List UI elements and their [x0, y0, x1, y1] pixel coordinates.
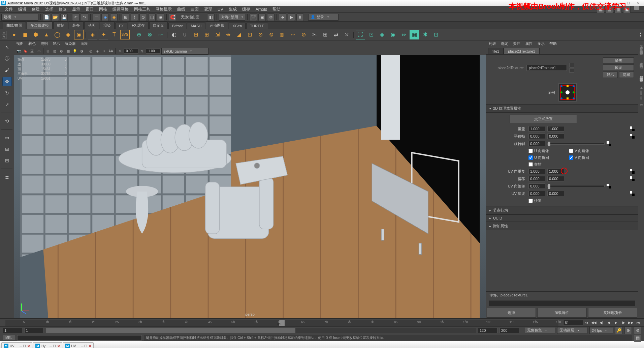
- menu-item[interactable]: 曲线: [174, 6, 188, 12]
- prev-key-icon[interactable]: ◀|: [598, 320, 604, 326]
- ae-menu-item[interactable]: 关注: [513, 41, 520, 46]
- map-button-icon[interactable]: [630, 191, 635, 196]
- script-editor-icon[interactable]: ▤: [634, 334, 641, 342]
- type-tool-icon[interactable]: T: [109, 30, 119, 39]
- snap-point-icon[interactable]: ⊙: [139, 13, 147, 21]
- dock-tab[interactable]: 通道盒/层编辑器: [639, 43, 644, 50]
- playback-start-icon[interactable]: ⏮: [279, 13, 286, 21]
- exposure-icon[interactable]: ☀: [117, 48, 123, 54]
- menu-item[interactable]: UV: [215, 7, 226, 12]
- poly-plane-icon[interactable]: ◆: [63, 30, 73, 39]
- offset-edge-icon[interactable]: ⇄: [331, 30, 341, 39]
- current-frame-field[interactable]: [563, 320, 583, 325]
- redo-icon[interactable]: ↷: [81, 13, 88, 21]
- script-language-toggle[interactable]: MEL: [3, 335, 15, 340]
- scale-tool-icon[interactable]: ⤢: [2, 100, 12, 109]
- menu-item[interactable]: 创建: [29, 6, 42, 12]
- playback-play-icon[interactable]: ▶: [288, 13, 295, 21]
- menu-item[interactable]: 窗口: [83, 6, 96, 12]
- next-key-icon[interactable]: |▶: [620, 320, 626, 326]
- bridge-icon[interactable]: ⇹: [223, 30, 233, 39]
- lock-icon[interactable]: [634, 6, 639, 10]
- menu-item[interactable]: 生成: [226, 6, 239, 12]
- superellipse-icon[interactable]: ✦: [99, 30, 108, 39]
- step-fwd-icon[interactable]: ▶▶: [628, 320, 634, 326]
- ae-menu-item[interactable]: 帮助: [549, 41, 557, 46]
- coverage-v-field[interactable]: [547, 126, 564, 132]
- poly-disc-icon[interactable]: ◉: [74, 30, 84, 39]
- shelf-tab[interactable]: XGen: [229, 23, 246, 29]
- merge-icon[interactable]: ⊙: [256, 30, 265, 39]
- extrude-icon[interactable]: ⇲: [213, 30, 222, 39]
- shaded-icon[interactable]: ◐: [58, 48, 64, 54]
- stagger-checkbox[interactable]: 交错: [528, 161, 569, 168]
- taskbar-window[interactable]: MUV ...─ ☐ ✕: [63, 342, 94, 348]
- menu-item[interactable]: 编辑网格: [110, 6, 131, 12]
- render-settings-icon[interactable]: ⚙: [267, 13, 275, 21]
- playback-pause-icon[interactable]: ⏸: [296, 13, 304, 21]
- load-attrs-button[interactable]: 加载属性: [537, 308, 586, 318]
- taskbar-window[interactable]: MUV ...─ ☐ ✕: [1, 342, 32, 348]
- shadows-icon[interactable]: ◑: [78, 48, 85, 54]
- dock-tab[interactable]: 建模工具包: [639, 60, 644, 63]
- noise-u-field[interactable]: [528, 191, 545, 196]
- ae-tab[interactable]: file1: [488, 48, 504, 54]
- notes-field[interactable]: [489, 300, 635, 306]
- svg-tool-icon[interactable]: SVG: [120, 30, 130, 39]
- outliner-icon[interactable]: ≣: [2, 172, 12, 182]
- xray-icon[interactable]: ◈: [94, 48, 100, 54]
- shelf-tab[interactable]: Bifrost: [168, 23, 186, 29]
- map-button-icon[interactable]: [607, 184, 611, 188]
- playback-prefs-icon[interactable]: ⚙: [634, 327, 641, 334]
- live-surface-icon[interactable]: 🧲: [169, 13, 176, 21]
- shelf-tab[interactable]: 曲线/曲面: [3, 22, 26, 29]
- fill-hole-icon[interactable]: ◍: [277, 30, 287, 39]
- smooth-icon[interactable]: ○○○: [156, 30, 165, 39]
- ae-tab[interactable]: place2dTexture1: [504, 48, 540, 54]
- wrap-v-checkbox[interactable]: V 向折回: [569, 154, 609, 161]
- crease-icon[interactable]: ◈: [377, 30, 387, 39]
- right-dock-tabs[interactable]: 通道盒/层编辑器 建模工具包 属性编辑器 Human IK: [638, 40, 644, 318]
- shelf-tabs[interactable]: 曲线/曲面 多边形建模 雕刻 装备 动画 渲染 FX FX 缓存 自定义 Bif…: [0, 22, 644, 29]
- perspective-viewport[interactable]: 顶点155730 边309300 面154610 三角形307620 UV190…: [14, 55, 486, 318]
- exposure-field[interactable]: [124, 49, 138, 54]
- colorspace-combo[interactable]: sRGB gamma: [161, 48, 208, 55]
- soft-select-icon[interactable]: ◉: [388, 30, 397, 39]
- shelf-opts-icon[interactable]: ≡: [2, 31, 7, 35]
- rotate-frame-field[interactable]: [528, 141, 545, 146]
- map-button-icon[interactable]: [607, 141, 611, 146]
- layout-single-icon[interactable]: ▭: [2, 133, 12, 142]
- wireframe-icon[interactable]: ▨: [52, 48, 58, 54]
- tool-box[interactable]: ↖ ⓛ 🖌 ✥ ↻ ⤢ ⟲ ▭ ⊞ ⊟ ≣: [0, 40, 14, 318]
- grid-icon[interactable]: ⊞: [45, 48, 51, 54]
- uv-editor-icon[interactable]: ▦: [410, 30, 419, 39]
- anim-start-field[interactable]: [3, 328, 22, 333]
- connect-icon[interactable]: ⤫: [342, 30, 351, 39]
- noise-v-field[interactable]: [547, 191, 564, 196]
- shelf-edit-icon[interactable]: ✎: [2, 35, 7, 39]
- rotate-tool-icon[interactable]: ↻: [2, 88, 12, 98]
- fps-combo[interactable]: 24 fps: [589, 327, 613, 334]
- menu-item[interactable]: 曲面: [188, 6, 201, 12]
- map-button-icon[interactable]: [630, 176, 635, 181]
- panel-menu-item[interactable]: 视图: [16, 41, 24, 46]
- sculpt-icon[interactable]: ⛶: [356, 30, 365, 39]
- fast-checkbox[interactable]: 快速: [528, 197, 569, 204]
- menu-item[interactable]: 帮助: [270, 6, 283, 12]
- menu-item[interactable]: 网格: [96, 6, 110, 12]
- auto-key-icon[interactable]: 🔑: [615, 327, 622, 334]
- close-icon[interactable]: ✕: [634, 1, 643, 5]
- append-poly-icon[interactable]: ▱: [288, 30, 297, 39]
- xray-joints-icon[interactable]: ✦: [101, 48, 107, 54]
- lights-icon[interactable]: 💡: [72, 48, 78, 54]
- time-slider[interactable]: 5101520253035404550556065707580859095100…: [0, 318, 644, 326]
- repeat-v-field[interactable]: [547, 169, 564, 174]
- shelf-tab[interactable]: 自定义: [149, 22, 168, 29]
- playback-controls[interactable]: ⏮ ◀◀ ◀| ◀ ▶ |▶ ▶▶ ⏭: [583, 320, 641, 326]
- separate-icon[interactable]: ⊗: [145, 30, 154, 39]
- shelf-tab[interactable]: 渲染: [100, 22, 115, 29]
- show-button[interactable]: 显示: [603, 71, 618, 78]
- poly-sphere-icon[interactable]: ●: [9, 30, 19, 39]
- playback-start-field[interactable]: [24, 328, 44, 333]
- ae-menu-bar[interactable]: 列表 选定 关注 属性 显示 帮助: [486, 40, 638, 47]
